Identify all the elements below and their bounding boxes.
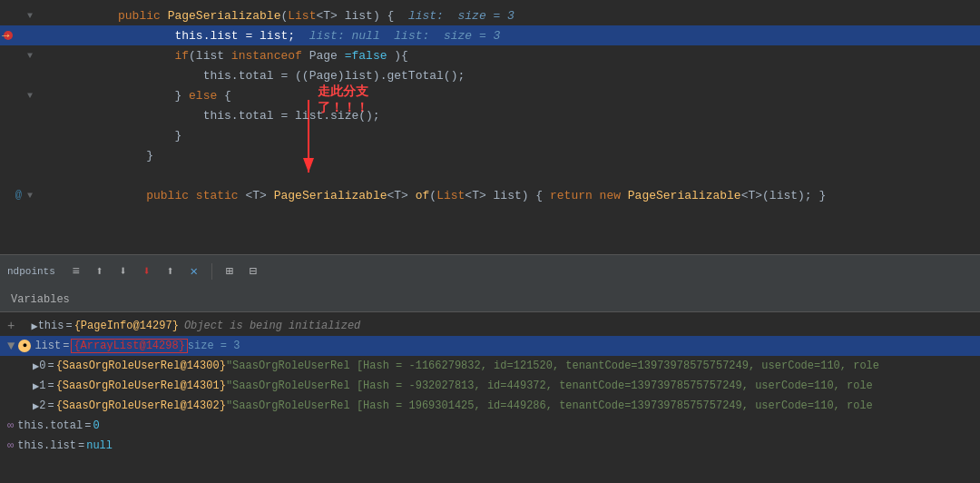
keyword-public-static: public static — [118, 189, 245, 202]
gutter-10: @ ▼ — [0, 189, 44, 202]
expand-list[interactable]: ▼ — [7, 339, 15, 353]
var-row-this[interactable]: + ▶ this = {PageInfo@14297} Object is be… — [0, 316, 980, 336]
fn-pageserializable-2: PageSerializable — [628, 189, 741, 202]
var-this-total-label: this.total — [17, 419, 83, 432]
gutter-1: ▼ — [0, 11, 44, 21]
toolbar-x-btn[interactable]: ✕ — [184, 261, 204, 281]
code-lines: ▼ public PageSerializable(List<T> list) … — [0, 0, 980, 211]
var-row-this-list[interactable]: ∞ this.list = null — [0, 436, 980, 456]
paren-2: ( — [429, 189, 436, 202]
toolbar-down-btn[interactable]: ⬇ — [113, 261, 133, 281]
var-row-list-0[interactable]: ▶ 0 = {SaasOrgRoleUserRel@14300} "SaasOr… — [0, 356, 980, 376]
at-symbol: @ — [15, 189, 22, 202]
var-eq-this-list: = — [78, 439, 84, 452]
var-str-2: "SaasOrgRoleUserRel [Hash = 1969301425, … — [226, 399, 873, 412]
var-val-total: 0 — [93, 419, 99, 432]
var-val-this: {PageInfo@14297} — [74, 320, 179, 332]
var-val-0: {SaasOrgRoleUserRel@14300} — [56, 360, 226, 372]
code-line-8: } — [0, 145, 980, 165]
type-t3: <T>(list); } — [741, 189, 827, 202]
var-val-list: {ArrayList@14298} — [71, 339, 187, 353]
expand-this[interactable]: + — [7, 319, 15, 333]
exec-arrow: → — [2, 28, 9, 43]
expand-1[interactable]: ▶ — [33, 380, 39, 393]
var-eq-1: = — [47, 380, 54, 392]
toolbar-up2-btn[interactable]: ⬆ — [161, 261, 181, 281]
panel-header: Variables — [0, 287, 980, 312]
icon-list: ● — [18, 340, 31, 352]
code-text-8: } — [118, 149, 153, 163]
var-row-list-2[interactable]: ▶ 2 = {SaasOrgRoleUserRel@14302} "SaasOr… — [0, 396, 980, 416]
toolbar-sep — [211, 263, 212, 280]
var-name-this: ▶ — [31, 320, 37, 333]
expand-2[interactable]: ▶ — [33, 399, 39, 413]
variables-list: + ▶ this = {PageInfo@14297} Object is be… — [0, 312, 980, 483]
var-2-label: 2 — [39, 399, 45, 412]
type-t2: <T> list) { — [465, 189, 550, 202]
fold-icon-5[interactable]: ▼ — [24, 91, 36, 101]
infinity-1: ∞ — [7, 419, 14, 432]
toolbar-list-btn[interactable]: ≡ — [66, 261, 86, 281]
code-content-10: public static <T> PageSerializable<T> of… — [44, 175, 826, 216]
debugger-panel: Variables + ▶ this = {PageInfo@14297} Ob… — [0, 287, 980, 483]
toolbar-down2-btn[interactable]: ⬇ — [137, 261, 157, 281]
keyword-list-2: List — [436, 189, 465, 202]
var-comment-this: Object is being initialized — [184, 320, 360, 332]
fn-of: of — [416, 189, 430, 202]
var-this-list-label: this.list — [17, 439, 76, 452]
var-eq-0: = — [47, 360, 54, 372]
fold-icon-1[interactable]: ▼ — [24, 11, 36, 21]
type-generic-2: <T> — [245, 189, 273, 202]
toolbar-up-btn[interactable]: ⬆ — [90, 261, 110, 281]
ide-window: ▼ public PageSerializable(List<T> list) … — [0, 0, 980, 483]
expand-0[interactable]: ▶ — [33, 360, 39, 373]
toolbar-grid-btn[interactable]: ⊞ — [220, 261, 240, 281]
var-row-this-total[interactable]: ∞ this.total = 0 — [0, 416, 980, 436]
var-size-list: size = 3 — [188, 340, 240, 352]
var-eq-2: = — [47, 399, 54, 412]
var-val-2: {SaasOrgRoleUserRel@14302} — [56, 399, 226, 412]
var-val-1: {SaasOrgRoleUserRel@14301} — [56, 380, 226, 392]
infinity-2: ∞ — [7, 439, 14, 452]
var-eq-this: = — [65, 320, 72, 332]
fn-pageserializable: PageSerializable — [274, 189, 387, 202]
var-str-0: "SaasOrgRoleUserRel [Hash = -1166279832,… — [226, 360, 879, 372]
code-line-10: @ ▼ public static <T> PageSerializable<T… — [0, 185, 980, 205]
fold-icon-10[interactable]: ▼ — [24, 191, 36, 201]
breakpoints-label: ndpoints — [7, 266, 55, 277]
var-val-this-list: null — [86, 439, 113, 452]
var-row-list-1[interactable]: ▶ 1 = {SaasOrgRoleUserRel@14301} "SaasOr… — [0, 376, 980, 396]
toolbar-grid2-btn[interactable]: ⊟ — [243, 261, 263, 281]
type-t: <T> — [387, 189, 416, 202]
fold-icon-3[interactable]: ▼ — [24, 51, 36, 61]
gutter-5: ▼ — [0, 91, 44, 101]
code-editor: ▼ public PageSerializable(List<T> list) … — [0, 0, 980, 254]
var-str-1: "SaasOrgRoleUserRel [Hash = -932027813, … — [226, 380, 873, 392]
keyword-return: return new — [550, 189, 628, 202]
var-eq-total: = — [84, 419, 91, 432]
debugger-toolbar: ndpoints ≡ ⬆ ⬇ ⬇ ⬆ ✕ ⊞ ⊟ — [0, 254, 980, 287]
gutter-3: ▼ — [0, 51, 44, 61]
var-1-label: 1 — [39, 380, 45, 392]
var-list-label: list — [34, 340, 61, 352]
var-this-label: this — [38, 320, 64, 332]
panel-title: Variables — [11, 293, 70, 306]
var-row-list[interactable]: ▼ ● list = {ArrayList@14298} size = 3 — [0, 336, 980, 356]
var-eq-list: = — [63, 340, 69, 352]
var-0-label: 0 — [39, 360, 45, 372]
